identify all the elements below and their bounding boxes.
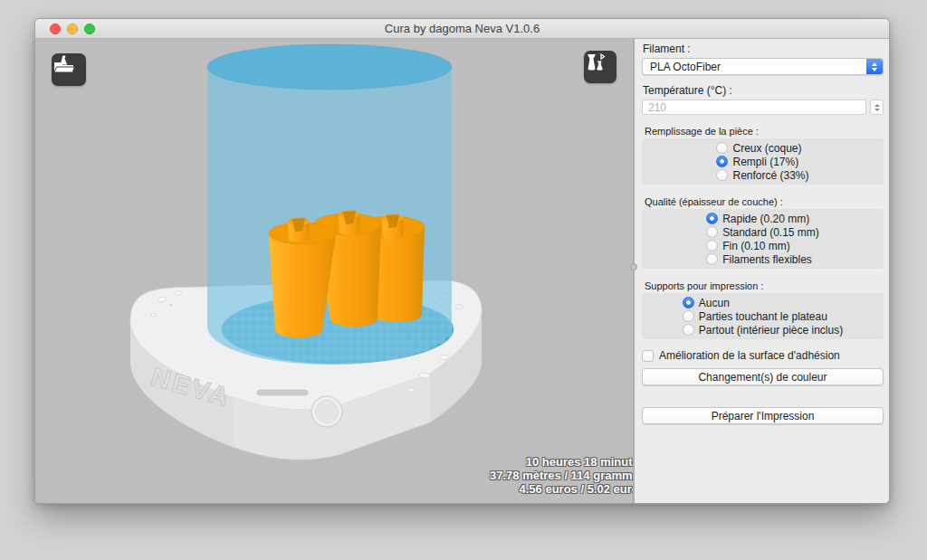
radio-label: Fin (0.10 mm): [722, 240, 790, 252]
temperature-stepper[interactable]: [870, 100, 884, 115]
filament-dropdown[interactable]: PLA OctoFiber: [642, 58, 884, 75]
radio-button[interactable]: [706, 253, 718, 265]
3d-viewport[interactable]: NEVA: [35, 39, 633, 503]
infill-section-label: Remplissage de la pièce :: [645, 126, 884, 137]
filament-label: Filament :: [643, 43, 884, 55]
supports-section-label: Supports pour impression :: [645, 280, 884, 291]
open-folder-with-object-icon: [52, 53, 75, 75]
divider-grip[interactable]: [630, 263, 637, 271]
radio-option[interactable]: Renforcé (33%): [716, 168, 808, 182]
radio-label: Rapide (0.20 mm): [722, 213, 809, 225]
adhesion-option[interactable]: Amélioration de la surface d'adhésion: [642, 349, 884, 362]
print-stats: 10 heures 18 minutes 37.78 mètres / 114 …: [490, 455, 633, 496]
model-cones[interactable]: [269, 211, 425, 338]
radio-button[interactable]: [716, 169, 728, 181]
titlebar[interactable]: Cura by dagoma Neva V1.0.6: [35, 19, 889, 39]
radio-button-selected[interactable]: [683, 297, 694, 308]
radio-option[interactable]: Creux (coque): [716, 141, 801, 155]
radio-button[interactable]: [716, 142, 728, 154]
radio-option[interactable]: Partout (intérieur pièce inclus): [683, 323, 843, 337]
filament-value: PLA OctoFiber: [650, 61, 721, 73]
radio-label: Creux (coque): [732, 142, 801, 155]
radio-label: Partout (intérieur pièce inclus): [699, 324, 843, 337]
filament-usage: 37.78 mètres / 114 grammes: [490, 469, 633, 482]
adhesion-label: Amélioration de la surface d'adhésion: [659, 349, 840, 362]
radio-label: Standard (0.15 mm): [722, 226, 819, 239]
load-model-button[interactable]: [52, 53, 86, 86]
radio-option[interactable]: Rapide (0.20 mm): [706, 212, 809, 225]
radio-label: Aucun: [699, 297, 730, 309]
radio-button-selected[interactable]: [706, 213, 718, 224]
print-cost: 4.56 euros / 5.02 euros: [490, 482, 633, 496]
radio-button[interactable]: [683, 310, 694, 322]
radio-button[interactable]: [706, 240, 718, 252]
radio-option[interactable]: Filaments flexibles: [706, 252, 812, 266]
quality-section-label: Qualité (épaisseur de couche) :: [645, 196, 884, 207]
dropdown-stepper-icon[interactable]: [866, 59, 883, 74]
print-time: 10 heures 18 minutes: [490, 455, 633, 469]
radio-option[interactable]: Rempli (17%): [716, 155, 798, 168]
quality-radio-group: Rapide (0.20 mm)Standard (0.15 mm)Fin (0…: [642, 209, 884, 269]
radio-label: Filaments flexibles: [722, 253, 812, 266]
radio-option[interactable]: Aucun: [683, 296, 730, 309]
radio-button[interactable]: [706, 226, 718, 238]
app-window: Cura by dagoma Neva V1.0.6: [34, 18, 890, 504]
printer-sd-slot: [257, 390, 308, 395]
supports-radio-group: AucunParties touchant le plateauPartout …: [642, 293, 884, 339]
radio-label: Renforcé (33%): [732, 169, 808, 182]
3d-scene[interactable]: NEVA: [35, 39, 633, 503]
radio-option[interactable]: Fin (0.10 mm): [706, 239, 790, 252]
settings-sidebar: Filament : PLA OctoFiber Température (°C…: [635, 39, 889, 503]
prepare-print-button[interactable]: Préparer l'Impression: [642, 407, 884, 424]
radio-button[interactable]: [683, 324, 694, 336]
radio-label: Parties touchant le plateau: [699, 310, 827, 323]
infill-radio-group: Creux (coque)Rempli (17%)Renforcé (33%): [642, 138, 884, 185]
radio-option[interactable]: Parties touchant le plateau: [683, 309, 827, 323]
pane-divider[interactable]: [633, 39, 635, 503]
radio-option[interactable]: Standard (0.15 mm): [706, 225, 819, 239]
radio-label: Rempli (17%): [732, 156, 798, 168]
radio-button-selected[interactable]: [716, 156, 728, 167]
temperature-input[interactable]: [642, 100, 866, 115]
color-change-button[interactable]: Changement(s) de couleur: [642, 368, 884, 385]
view-mode-button[interactable]: [584, 51, 616, 83]
adhesion-checkbox[interactable]: [642, 350, 654, 362]
mirrored-objects-icon: [584, 51, 606, 72]
temperature-label: Température (°C) :: [643, 85, 884, 97]
window-title: Cura by dagoma Neva V1.0.6: [35, 22, 889, 35]
